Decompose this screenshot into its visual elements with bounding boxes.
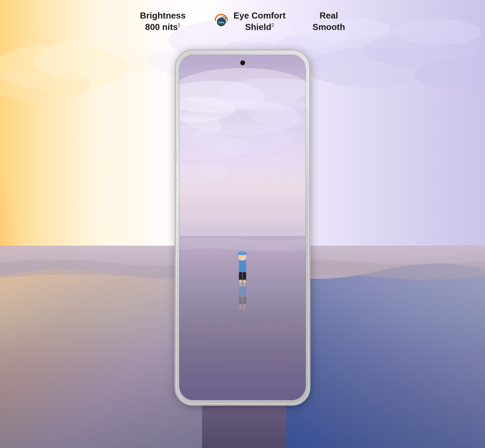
real-smooth-label: Real — [320, 10, 338, 22]
feature-eye-comfort: SGS Q Eye Comfort Shield2 — [213, 10, 286, 33]
phone-device — [176, 51, 309, 404]
feature-real-smooth: Real Smooth — [313, 10, 345, 33]
phone-screen — [180, 55, 306, 400]
svg-rect-55 — [239, 304, 242, 309]
phone-frame — [176, 51, 309, 404]
brightness-label: Brightness — [140, 10, 186, 22]
real-smooth-sublabel: Smooth — [313, 22, 345, 33]
eye-comfort-sublabel: Shield2 — [245, 22, 274, 32]
front-camera — [240, 61, 245, 65]
svg-rect-47 — [243, 272, 246, 281]
svg-rect-46 — [239, 272, 242, 281]
eye-comfort-label: Eye Comfort — [233, 10, 286, 21]
sgs-badge-icon: SGS Q — [213, 12, 230, 29]
screen-scene-svg — [180, 55, 306, 400]
svg-rect-53 — [239, 296, 242, 304]
screen-content — [180, 55, 306, 400]
eye-comfort-superscript: 2 — [271, 22, 274, 28]
svg-rect-42 — [239, 260, 246, 272]
eye-comfort-text: Eye Comfort Shield2 — [233, 10, 286, 33]
svg-text:Q: Q — [223, 18, 225, 21]
svg-rect-51 — [239, 287, 246, 297]
features-row: Brightness 800 nits1 SGS Q Eye — [0, 10, 485, 33]
brightness-value: 800 nits1 — [145, 22, 181, 33]
svg-rect-54 — [243, 296, 246, 304]
brightness-superscript: 1 — [178, 22, 181, 28]
svg-point-4 — [34, 40, 155, 81]
volume-up-button — [175, 150, 176, 163]
feature-brightness: Brightness 800 nits1 — [140, 10, 186, 33]
volume-down-button — [175, 178, 176, 191]
eye-comfort-badge-row: SGS Q Eye Comfort Shield2 — [213, 10, 286, 33]
svg-rect-45 — [240, 251, 245, 254]
svg-rect-56 — [243, 304, 246, 309]
power-button — [309, 174, 311, 195]
